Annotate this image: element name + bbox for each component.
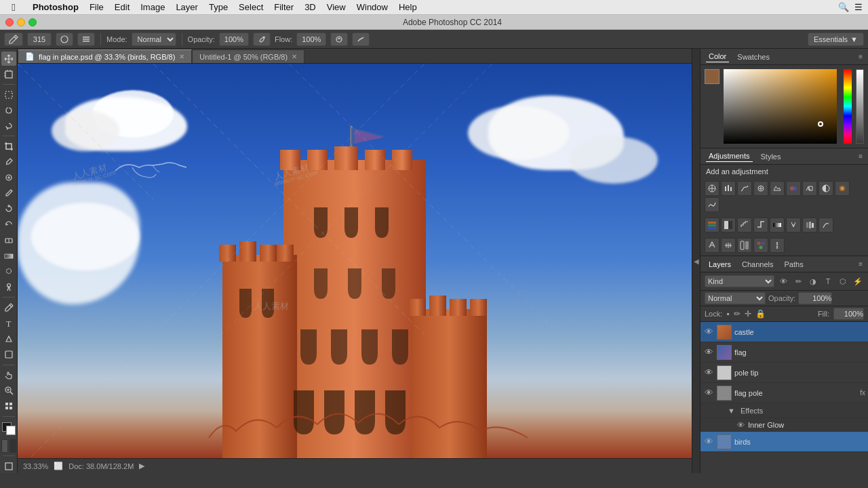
color-selector[interactable] (2, 422, 16, 435)
layer-type-filter[interactable]: T (822, 275, 834, 287)
color-swatch[interactable] (705, 69, 719, 84)
hand-tool[interactable] (1, 368, 16, 382)
menu-layer[interactable]: Layer (170, 0, 203, 14)
adjustments-tab[interactable]: Adjustments (706, 150, 753, 162)
move-tool[interactable] (1, 52, 16, 66)
menu-select[interactable]: Select (233, 0, 269, 14)
variations-btn[interactable] (753, 238, 768, 253)
healing-brush-tool[interactable] (1, 171, 16, 185)
layers-panel-collapse[interactable]: ≡ (859, 260, 863, 268)
extra-tool[interactable] (1, 399, 16, 413)
layer-vis-castle[interactable]: 👁 (703, 327, 714, 338)
search-icon[interactable]: 🔍 (838, 2, 849, 12)
channel-mixer-btn[interactable] (705, 197, 719, 212)
marquee-tool[interactable] (1, 87, 16, 102)
exposure-btn[interactable] (753, 181, 768, 196)
standard-mode-btn[interactable] (9, 439, 16, 453)
opacity-value[interactable]: 100% (219, 33, 249, 46)
layer-vis-flag-pole[interactable]: 👁 (703, 388, 714, 399)
color-gradient[interactable] (724, 69, 837, 144)
canvas[interactable]: 人人素材 www.rr-sc.com 人人素材 www.rr-sc.com 人人… (18, 64, 692, 458)
lock-transparent-icon[interactable]: ▪ (726, 309, 729, 319)
minimize-button[interactable] (17, 18, 25, 26)
text-tool[interactable]: T (1, 316, 16, 330)
crop-tool[interactable] (1, 139, 16, 153)
background-color[interactable] (6, 426, 16, 435)
menu-image[interactable]: Image (135, 0, 170, 14)
levels-btn[interactable] (721, 181, 736, 196)
quick-mask-btn[interactable] (1, 439, 8, 453)
invert-btn[interactable] (721, 218, 736, 232)
effects-arrow[interactable]: ▼ (728, 407, 735, 415)
menu-type[interactable]: Type (203, 0, 233, 14)
brush-size-display[interactable]: 315 (27, 33, 52, 46)
brush-tool[interactable] (1, 186, 16, 201)
selective-color-btn[interactable] (786, 218, 801, 232)
menu-edit[interactable]: Edit (109, 0, 135, 14)
layer-item-birds[interactable]: 👁 birds (701, 432, 868, 452)
hue-sat-btn[interactable] (786, 181, 801, 196)
shadow-highlight-btn[interactable] (721, 238, 736, 253)
layer-item-castle[interactable]: 👁 castle (701, 322, 868, 342)
brush-tool-icon[interactable] (4, 33, 23, 46)
menu-help[interactable]: Help (393, 0, 422, 14)
adj-panel-collapse[interactable]: ≡ (859, 152, 863, 160)
tab-flag-in-place[interactable]: 📄 flag in place.psd @ 33.3% (birds, RGB/… (18, 49, 192, 63)
channels-tab[interactable]: Channels (739, 259, 776, 270)
panel-collapse-btn[interactable]: ≡ (859, 53, 863, 60)
gradient-map-btn[interactable] (770, 218, 785, 232)
history-brush-tool[interactable] (1, 218, 16, 232)
photo-filter-btn[interactable] (835, 181, 850, 196)
artboard-tool[interactable] (1, 67, 16, 81)
lock-all-icon[interactable]: 🔒 (755, 309, 766, 319)
airbrush-toggle[interactable] (253, 33, 271, 46)
tablet-pressure2[interactable] (352, 33, 370, 46)
menu-3d[interactable]: 3D (299, 0, 321, 14)
curves-btn[interactable] (737, 181, 752, 196)
lasso-tool[interactable] (1, 103, 16, 117)
eraser-tool[interactable] (1, 233, 16, 247)
menu-photoshop[interactable]: Photoshop (27, 0, 84, 14)
effect-item-inner-glow[interactable]: 👁 Inner Glow (701, 418, 868, 432)
blend-mode-select[interactable]: Normal (705, 292, 766, 304)
close-button[interactable] (5, 18, 14, 26)
layer-filter-toggle[interactable]: ⚡ (852, 275, 864, 287)
zoom-icon[interactable]: ⬜ (54, 462, 63, 470)
desaturate-btn[interactable] (770, 238, 785, 253)
clone-stamp-tool[interactable] (1, 202, 16, 216)
threshold-btn[interactable] (753, 218, 768, 232)
pen-tool[interactable] (1, 300, 16, 314)
menu-filter[interactable]: Filter (269, 0, 299, 14)
styles-tab[interactable]: Styles (758, 151, 784, 162)
zoom-tool[interactable] (1, 384, 16, 398)
opacity-input[interactable] (798, 292, 832, 304)
vibrance-btn[interactable] (770, 181, 785, 196)
menu-view[interactable]: View (321, 0, 351, 14)
mode-select[interactable]: Normal (132, 33, 176, 46)
menu-icon[interactable]: ☰ (854, 2, 863, 12)
eyedropper-tool[interactable] (1, 155, 16, 169)
paths-tab[interactable]: Paths (782, 259, 806, 270)
layers-tab[interactable]: Layers (706, 259, 734, 270)
color-spectrum[interactable] (724, 69, 837, 144)
swatches-tab[interactable]: Swatches (734, 52, 772, 62)
layer-vis-filter[interactable]: 👁 (777, 275, 789, 287)
screen-mode-btn[interactable] (1, 459, 16, 473)
brush-settings[interactable] (77, 33, 95, 46)
effect-vis-inner-glow[interactable]: 👁 (736, 420, 745, 430)
menu-window[interactable]: Window (351, 0, 393, 14)
layer-vis-flag[interactable]: 👁 (703, 347, 714, 358)
black-white-btn[interactable] (818, 181, 833, 196)
tab-close-btn[interactable]: ✕ (179, 53, 184, 60)
hue-slider[interactable] (844, 69, 852, 144)
lock-image-icon[interactable]: ✏ (734, 309, 741, 319)
fullscreen-button[interactable] (28, 18, 37, 26)
tablet-pressure[interactable] (330, 33, 348, 46)
layer-item-flag[interactable]: 👁 flag (701, 342, 868, 363)
apple-menu[interactable]:  (0, 1, 27, 13)
blur-tool[interactable] (1, 264, 16, 279)
shape-tool[interactable] (1, 348, 16, 362)
color-lookup-btn[interactable] (705, 218, 719, 232)
panel-toggle[interactable]: ◀ (692, 49, 700, 473)
color-tab[interactable]: Color (706, 51, 729, 62)
